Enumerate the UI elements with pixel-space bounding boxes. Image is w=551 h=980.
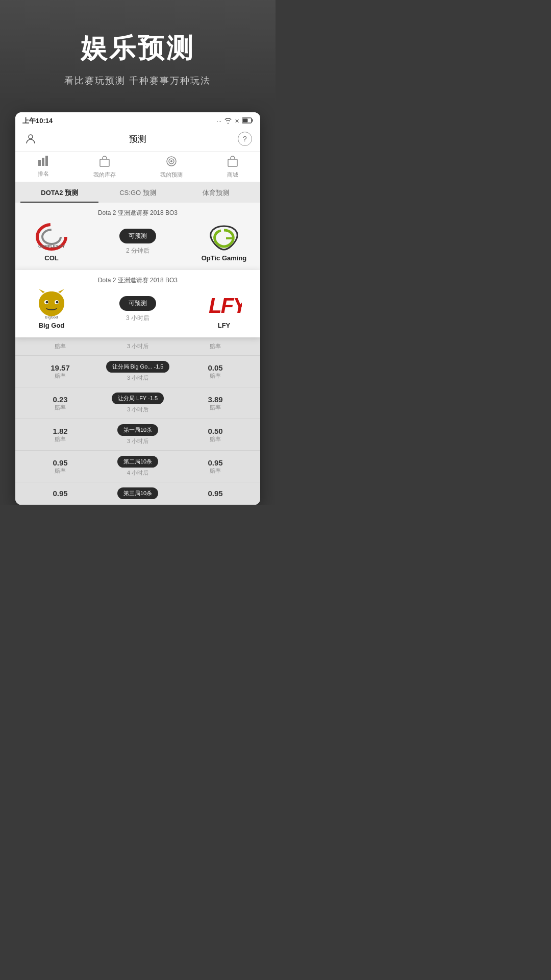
svg-point-13 xyxy=(42,230,61,244)
team-lfy-name: LFY xyxy=(218,322,231,329)
tab-csgo[interactable]: CS:GO 预测 xyxy=(98,182,177,203)
odds-row2-time: 3 小时后 xyxy=(127,406,148,413)
odds-row3-time: 3 小时后 xyxy=(127,437,148,445)
help-button[interactable]: ? xyxy=(238,132,252,146)
svg-text:LFY: LFY xyxy=(209,293,242,317)
svg-rect-7 xyxy=(100,159,109,166)
tab-sports[interactable]: 体育预测 xyxy=(177,182,255,203)
bottom-nav: 排名 我的库存 我的预测 xyxy=(15,152,260,182)
match1-predict-btn[interactable]: 可预测 xyxy=(119,229,156,243)
app-header: 预测 ? xyxy=(15,128,260,152)
odds-row1-right-label: 赔率 xyxy=(179,372,252,380)
odds-row0-right-label: 赔率 xyxy=(179,342,252,350)
odds-row1-right-val: 0.05 xyxy=(179,363,252,372)
odds-row1-time: 3 小时后 xyxy=(127,374,148,382)
nav-inventory-label: 我的库存 xyxy=(93,171,116,179)
match2-predict-btn[interactable]: 可预测 xyxy=(119,296,156,311)
biggod-logo: BigGod xyxy=(34,289,69,320)
nav-prediction[interactable]: 我的预测 xyxy=(160,156,183,179)
status-bar: 上午10:14 ··· ✕ xyxy=(15,112,260,128)
odds-row2-left-label: 赔率 xyxy=(23,404,97,411)
svg-rect-6 xyxy=(45,156,48,166)
prediction-icon xyxy=(166,156,177,169)
odds-row4-time: 4 小时后 xyxy=(127,469,148,477)
odds-row0-time: 3 小时后 xyxy=(127,342,148,350)
match1-teams: COMPLEXITY COL 可预测 2 分钟后 xyxy=(23,222,252,262)
odds-row1-left-val: 19.57 xyxy=(23,363,97,372)
odds-row5-badge[interactable]: 第三局10杀 xyxy=(117,487,158,499)
odds-row3-right-val: 0.50 xyxy=(179,427,252,435)
status-icons: ··· ✕ xyxy=(217,117,253,125)
odds-row3-badge[interactable]: 第一局10杀 xyxy=(117,424,158,436)
col-logo: COMPLEXITY xyxy=(34,222,69,252)
optic-logo xyxy=(206,222,242,252)
match1-title: Dota 2 亚洲邀请赛 2018 BO3 xyxy=(23,209,252,217)
wifi-icon xyxy=(224,117,232,125)
odds-row2-right-label: 赔率 xyxy=(179,404,252,411)
odds-row4-left-label: 赔率 xyxy=(23,467,97,475)
profile-icon[interactable] xyxy=(23,132,38,146)
sim-icon: ✕ xyxy=(235,118,239,125)
odds-row4-right-label: 赔率 xyxy=(179,467,252,475)
odds-row1-badge[interactable]: 让分局 Big Go... -1.5 xyxy=(106,361,170,373)
match1-center: 可预测 2 分钟后 xyxy=(119,229,156,255)
tabs-bar: DOTA2 预测 CS:GO 预测 体育预测 xyxy=(15,182,260,203)
battery-icon xyxy=(242,117,253,125)
odds-row4-left-val: 0.95 xyxy=(23,458,97,467)
odds-row2-right-val: 3.89 xyxy=(179,395,252,404)
nav-shop[interactable]: 商城 xyxy=(227,156,238,179)
hero-section: 娱乐预测 看比赛玩预测 千种赛事万种玩法 xyxy=(0,0,276,102)
match-card-1: Dota 2 亚洲邀请赛 2018 BO3 COMPLEXITY COL 可预测… xyxy=(15,203,260,270)
match1-time: 2 分钟后 xyxy=(126,247,149,255)
svg-rect-5 xyxy=(42,158,44,166)
phone-frame: 上午10:14 ··· ✕ 预测 ? xyxy=(15,112,260,505)
nav-prediction-label: 我的预测 xyxy=(160,171,183,179)
match2-teams: BigGod Big God 可预测 3 小时后 LFY LFY xyxy=(23,289,252,329)
status-time: 上午10:14 xyxy=(22,116,53,126)
match-card-2: Dota 2 亚洲邀请赛 2018 BO3 xyxy=(15,270,260,337)
svg-rect-4 xyxy=(38,160,41,166)
odds-row-0: 赔率 3 小时后 赔率 xyxy=(15,337,260,356)
match2-title: Dota 2 亚洲邀请赛 2018 BO3 xyxy=(23,276,252,285)
odds-row3-left-label: 赔率 xyxy=(23,435,97,443)
odds-row0-left-label: 赔率 xyxy=(23,342,97,350)
odds-row3-left-val: 1.82 xyxy=(23,427,97,435)
odds-row-1: 19.57 赔率 让分局 Big Go... -1.5 3 小时后 0.05 赔… xyxy=(15,356,260,387)
svg-text:BigGod: BigGod xyxy=(45,315,58,320)
hero-title: 娱乐预测 xyxy=(10,31,265,66)
team-biggod-name: Big God xyxy=(39,322,65,329)
nav-ranking-label: 排名 xyxy=(38,170,49,178)
team-optic-name: OpTic Gaming xyxy=(202,254,247,262)
match2-center: 可预测 3 小时后 xyxy=(119,296,156,323)
odds-row-2: 0.23 赔率 让分局 LFY -1.5 3 小时后 3.89 赔率 xyxy=(15,387,260,419)
odds-row4-right-val: 0.95 xyxy=(179,458,252,467)
svg-rect-2 xyxy=(243,119,248,122)
more-icon: ··· xyxy=(217,118,221,124)
inventory-icon xyxy=(99,156,110,169)
odds-row5-right-val: 0.95 xyxy=(179,489,252,498)
team-col: COMPLEXITY COL xyxy=(23,222,80,262)
svg-point-19 xyxy=(56,301,59,304)
nav-inventory[interactable]: 我的库存 xyxy=(93,156,116,179)
team-lfy: LFY LFY xyxy=(196,289,252,329)
nav-ranking[interactable]: 排名 xyxy=(38,156,49,179)
odds-row-5: 0.95 第三局10杀 0.95 xyxy=(15,482,260,505)
help-icon: ? xyxy=(243,135,247,143)
svg-text:COMPLEXITY: COMPLEXITY xyxy=(38,244,65,249)
odds-row3-right-label: 赔率 xyxy=(179,435,252,443)
odds-row4-badge[interactable]: 第二局10杀 xyxy=(117,456,158,468)
header-title: 预测 xyxy=(129,133,146,145)
odds-row5-left-val: 0.95 xyxy=(23,489,97,498)
svg-point-3 xyxy=(29,135,33,139)
team-col-name: COL xyxy=(44,254,58,262)
odds-row2-badge[interactable]: 让分局 LFY -1.5 xyxy=(112,393,164,404)
ranking-icon xyxy=(38,156,49,168)
match2-time: 3 小时后 xyxy=(126,314,149,323)
tab-dota2[interactable]: DOTA2 预测 xyxy=(20,182,98,203)
lfy-logo: LFY xyxy=(206,289,242,320)
odds-row1-left-label: 赔率 xyxy=(23,372,97,380)
nav-shop-label: 商城 xyxy=(227,171,238,179)
odds-row2-left-val: 0.23 xyxy=(23,395,97,404)
svg-point-10 xyxy=(170,160,172,162)
team-optic: OpTic Gaming xyxy=(196,222,252,262)
